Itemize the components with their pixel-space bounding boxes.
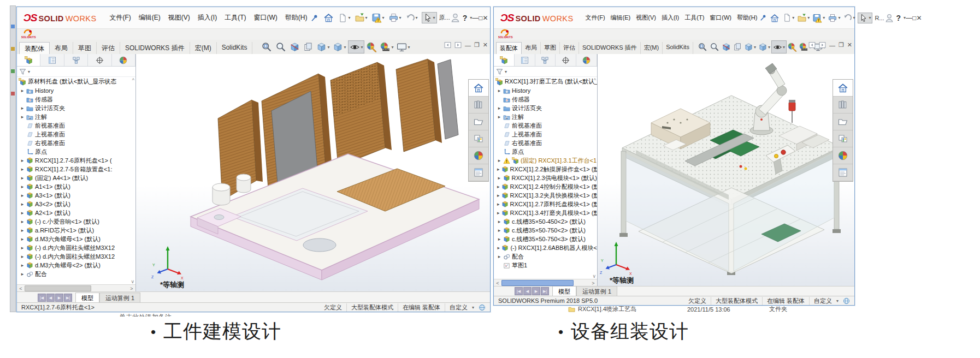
select-tool-button[interactable]: ▾ <box>858 13 872 23</box>
command-tab[interactable]: 草图 <box>73 42 97 54</box>
tree-item[interactable]: ▸注解 <box>17 112 135 121</box>
command-search-label[interactable]: R... <box>875 15 884 21</box>
view-palette-icon[interactable] <box>833 130 853 147</box>
chevron-down-icon[interactable]: ▾ <box>365 15 368 20</box>
tree-item[interactable]: 上视基准面 <box>17 130 135 139</box>
view-palette-icon[interactable] <box>732 40 743 53</box>
print-button[interactable]: ▾ <box>828 13 840 23</box>
tree-item[interactable]: ▸A2<1> (默认) <box>17 208 135 217</box>
custom-properties-icon[interactable] <box>469 164 488 181</box>
chevron-down-icon[interactable]: ▾ <box>754 45 756 50</box>
command-tab[interactable]: 宏(M) <box>190 42 217 54</box>
taskpane-home-icon[interactable] <box>833 80 853 97</box>
tree-item[interactable]: ▸RXCX[1].2.7-6原料托盘<1> ( <box>17 156 135 165</box>
doc-minimize-button[interactable]: — <box>465 42 471 49</box>
doc-minimize-button[interactable]: — <box>829 42 835 49</box>
tree-item[interactable]: ▸(固定) A4<1> (默认) <box>17 174 135 182</box>
display-style-icon[interactable]: ▾ <box>332 40 347 53</box>
doc-restore-button[interactable]: ❐ <box>839 41 844 49</box>
expand-arrow-icon[interactable]: ▸ <box>497 193 500 198</box>
tree-item[interactable]: ▸(-) c.小爱音响<1> (默认) <box>17 217 135 226</box>
open-button[interactable]: ▾ <box>355 13 368 23</box>
menu-item[interactable]: 工具(T) <box>221 11 249 24</box>
chevron-down-icon[interactable]: ▾ <box>408 45 410 50</box>
undo-button[interactable]: ▾ <box>843 13 855 22</box>
save-button[interactable]: ▾ <box>371 13 385 23</box>
undo-button[interactable]: ▾ <box>405 13 418 23</box>
expand-arrow-icon[interactable]: ▸ <box>20 88 25 93</box>
tab-displaymanager[interactable] <box>576 54 597 66</box>
scroll-right-arrow[interactable]: > <box>589 281 597 286</box>
expand-arrow-icon[interactable]: ▸ <box>20 105 25 111</box>
expand-arrow-icon[interactable]: ▸ <box>20 271 25 277</box>
scrollbar-thumb[interactable] <box>501 280 574 286</box>
tree-item[interactable]: 前视基准面 <box>494 121 597 130</box>
graphics-viewport[interactable]: Y X Z *等轴测 <box>598 54 854 287</box>
tab-scroll-button[interactable]: ▶| <box>541 287 549 295</box>
select-tool-button[interactable]: ▾ <box>422 12 437 23</box>
doc-restore-button[interactable]: ❐ <box>474 41 480 49</box>
tree-item[interactable]: 原点 <box>17 147 135 156</box>
tree-item[interactable]: 草图1 <box>494 261 597 270</box>
taskpane-home-icon[interactable] <box>469 80 488 97</box>
scroll-left-arrow[interactable]: < <box>494 281 501 286</box>
chevron-down-icon[interactable]: ▾ <box>807 15 810 20</box>
expand-arrow-icon[interactable]: ▸ <box>497 105 501 111</box>
tree-item[interactable]: ▸(固定) RXCX[1].3.1工作台<1 <box>494 156 597 165</box>
zoom-area-icon[interactable] <box>709 40 721 53</box>
home-button[interactable] <box>770 13 780 23</box>
expand-arrow-icon[interactable]: ▸ <box>20 254 25 259</box>
command-tab[interactable]: 布局 <box>522 42 541 54</box>
scrollbar-thumb[interactable] <box>25 285 91 291</box>
chevron-down-icon[interactable]: ▾ <box>344 45 346 50</box>
tab-featuremanager[interactable] <box>494 54 515 66</box>
document-tab[interactable]: 运动算例 1 <box>99 293 140 303</box>
display-style-icon[interactable]: ▾ <box>757 40 771 53</box>
new-document-button[interactable]: ▾ <box>338 13 350 23</box>
tab-configurationmanager[interactable] <box>535 54 556 66</box>
doc-close-button[interactable]: ✕ <box>847 41 852 49</box>
expand-arrow-icon[interactable]: ▸ <box>497 245 500 250</box>
expand-arrow-icon[interactable]: ▸ <box>497 114 501 120</box>
tree-item[interactable]: ▸c.线槽35×50-750<2> (默认) <box>494 226 597 235</box>
view-orientation-icon[interactable]: ▾ <box>743 40 757 53</box>
zoom-to-fit-icon[interactable] <box>260 40 273 53</box>
tree-item[interactable]: ▸设计活页夹 <box>494 104 597 112</box>
scroll-left-arrow[interactable]: < <box>17 286 25 291</box>
command-tab[interactable]: SolidKits <box>217 42 253 54</box>
expand-arrow-icon[interactable]: ▸ <box>20 262 25 268</box>
menu-item[interactable]: 文件(F) <box>583 12 607 23</box>
expand-arrow-icon[interactable]: ▸ <box>20 236 25 242</box>
appearances-icon[interactable] <box>833 147 853 164</box>
filter-funnel-icon[interactable] <box>19 68 26 75</box>
tree-item[interactable]: ▸RXCX[1].3.4打磨夹具模块<1> (默 <box>494 208 597 217</box>
tree-item[interactable]: 右视基准面 <box>494 139 597 147</box>
menu-item[interactable]: 窗口(W) <box>250 11 280 24</box>
expand-arrow-icon[interactable]: ▸ <box>20 166 25 172</box>
command-tab[interactable]: SOLIDWORKS 插件 <box>120 42 190 54</box>
command-tab[interactable]: 布局 <box>50 42 73 54</box>
command-tab[interactable]: 评估 <box>560 42 579 54</box>
expand-arrow-icon[interactable]: ▸ <box>20 114 25 120</box>
appearances-icon[interactable] <box>469 147 488 164</box>
minimize-button[interactable]: — <box>472 14 479 22</box>
chevron-down-icon[interactable]: ▾ <box>399 15 402 20</box>
tree-item[interactable]: ▸c.线槽35×50-450<2> (默认) <box>494 217 597 226</box>
tab-displaymanager[interactable] <box>112 54 135 66</box>
chevron-down-icon[interactable]: ▾ <box>783 45 785 50</box>
globe-icon[interactable] <box>479 304 486 311</box>
command-tab[interactable]: 评估 <box>97 42 120 54</box>
chevron-down-icon[interactable]: ▾ <box>505 69 507 74</box>
expand-arrow-icon[interactable]: ▸ <box>497 175 501 181</box>
tree-item[interactable]: ▸RXCX[1].3.2夹具快换模块<1> (默 <box>494 191 597 200</box>
expand-arrow-icon[interactable]: ▸ <box>497 236 501 242</box>
chevron-down-icon[interactable]: ▾ <box>472 305 474 310</box>
tree-item[interactable]: ▸A1<1> (默认) <box>17 182 135 191</box>
menu-item[interactable]: 窗口(W) <box>707 12 734 23</box>
tree-item[interactable]: 上视基准面 <box>494 130 597 139</box>
command-tab[interactable]: 草图 <box>541 42 560 54</box>
menu-item[interactable]: 编辑(E) <box>135 11 164 24</box>
pin-icon[interactable] <box>759 14 766 21</box>
tree-filter[interactable]: ▾ <box>494 67 597 77</box>
expand-arrow-icon[interactable]: ▸ <box>497 166 500 172</box>
